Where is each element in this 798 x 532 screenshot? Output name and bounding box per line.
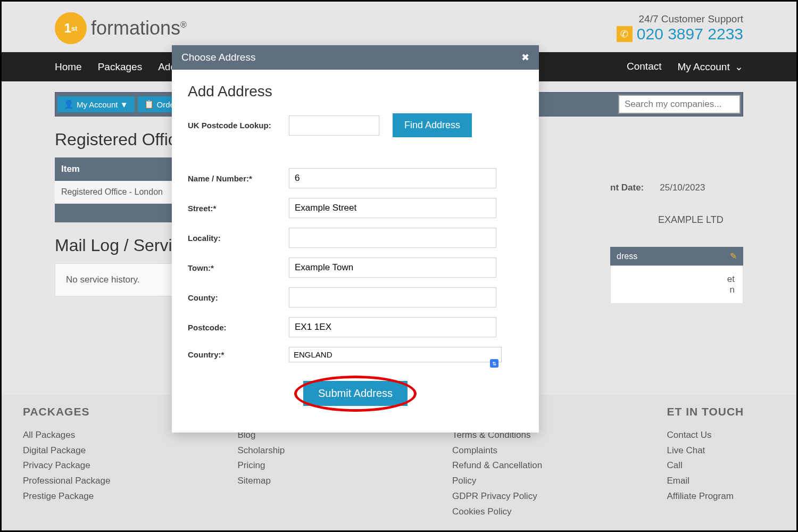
footer-touch-heading: ET IN TOUCH <box>667 405 776 418</box>
footer-link[interactable]: Privacy Package <box>23 458 131 473</box>
footer-link[interactable]: Refund & Cancellation Policy <box>452 458 561 489</box>
select-arrow-icon: ⇅ <box>490 359 498 368</box>
street-label: Street:* <box>188 204 278 213</box>
logo[interactable]: 1st formations® <box>55 12 187 44</box>
footer-link[interactable]: Complaints <box>452 443 561 459</box>
footer-link[interactable]: All Packages <box>23 428 131 443</box>
footer-packages-heading: PACKAGES <box>23 405 131 418</box>
footer-link[interactable]: Digital Package <box>23 443 131 459</box>
support-phone[interactable]: ✆ 020 3897 2233 <box>617 25 743 43</box>
document-icon: 📋 <box>144 99 154 109</box>
footer-link[interactable]: Sitemap <box>238 473 346 489</box>
country-select[interactable]: ENGLAND ⇅ <box>289 347 502 362</box>
logo-badge: 1st <box>55 12 87 44</box>
appointment-date-label: nt Date: <box>610 182 644 193</box>
chevron-down-icon: ⌄ <box>735 61 743 73</box>
footer-link[interactable]: GDPR Privacy Policy <box>452 489 561 504</box>
support-info: 24/7 Customer Support ✆ 020 3897 2233 <box>617 13 743 43</box>
address-line: et <box>619 274 735 285</box>
locality-input[interactable] <box>289 228 496 248</box>
postcode-lookup-input[interactable] <box>289 115 379 136</box>
nav-packages[interactable]: Packages <box>98 61 142 73</box>
modal-heading: Add Address <box>188 83 523 100</box>
postcode-lookup-label: UK Postcode Lookup: <box>188 121 278 130</box>
search-companies-input[interactable] <box>618 95 741 114</box>
footer-link[interactable]: Pricing <box>238 458 346 473</box>
footer-link[interactable]: Cookies Policy <box>452 504 561 520</box>
town-label: Town:* <box>188 263 278 272</box>
address-line: n <box>619 285 735 295</box>
nav-home[interactable]: Home <box>55 61 82 73</box>
logo-text: formations® <box>91 17 187 39</box>
nav-my-account[interactable]: My Account ⌄ <box>678 61 744 73</box>
footer-link[interactable]: Email <box>667 473 776 489</box>
footer-link[interactable]: Live Chat <box>667 443 776 459</box>
phone-icon: ✆ <box>617 26 633 42</box>
footer-link[interactable]: Contact Us <box>667 428 776 443</box>
footer-link[interactable]: Scholarship <box>238 443 346 459</box>
choose-address-modal: Choose Address ✖ Add Address UK Postcode… <box>172 45 539 433</box>
country-label: Country:* <box>188 350 278 359</box>
submit-address-button[interactable]: Submit Address <box>303 381 408 406</box>
postcode-input[interactable] <box>289 317 496 337</box>
footer-link[interactable]: Call <box>667 458 776 473</box>
appointment-date-value: 25/10/2023 <box>660 182 705 193</box>
address-section-header: dress ✎ <box>610 247 743 265</box>
close-icon[interactable]: ✖ <box>521 52 529 63</box>
town-input[interactable] <box>289 257 496 278</box>
footer-link[interactable]: Prestige Package <box>23 489 131 504</box>
company-name: EXAMPLE LTD <box>658 214 743 226</box>
find-address-button[interactable]: Find Address <box>393 113 472 137</box>
name-number-input[interactable] <box>289 168 496 188</box>
name-number-label: Name / Number:* <box>188 174 278 183</box>
nav-contact[interactable]: Contact <box>627 61 661 73</box>
county-label: County: <box>188 293 278 302</box>
postcode-label: Postcode: <box>188 323 278 332</box>
modal-title-bar: Choose Address <box>181 52 255 63</box>
user-icon: 👤 <box>64 99 74 109</box>
footer-link[interactable]: Affiliate Program <box>667 489 776 504</box>
my-account-dropdown[interactable]: 👤 My Account ▼ <box>57 96 135 112</box>
footer-link[interactable]: Professional Package <box>23 473 131 489</box>
street-input[interactable] <box>289 198 496 218</box>
edit-icon[interactable]: ✎ <box>730 251 737 261</box>
support-label: 24/7 Customer Support <box>617 13 743 25</box>
locality-label: Locality: <box>188 234 278 243</box>
county-input[interactable] <box>289 287 496 307</box>
